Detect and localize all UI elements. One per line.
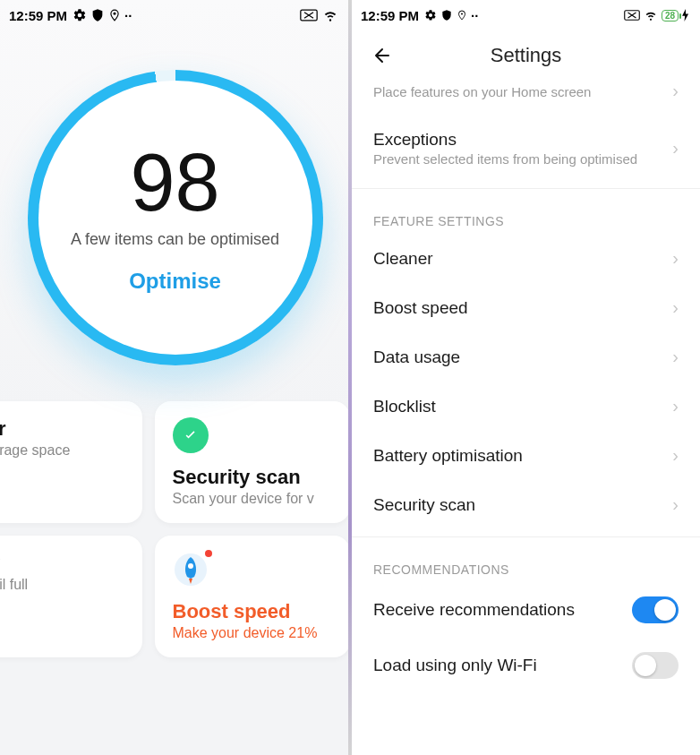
svg-point-4	[461, 13, 463, 15]
wifi-icon	[321, 8, 339, 22]
charging-icon	[682, 9, 689, 21]
security-scan-card[interactable]: Security scan Scan your device for v	[155, 401, 351, 523]
card-subtitle: in until full	[0, 577, 124, 593]
chevron-right-icon: ›	[672, 81, 679, 101]
settings-header: Settings	[352, 30, 700, 81]
chevron-right-icon: ›	[672, 396, 679, 416]
score-subtitle: A few items can be optimised	[71, 230, 279, 249]
boost-speed-card[interactable]: Boost speed Make your device 21%	[155, 536, 351, 657]
row-title: Cleaner	[373, 249, 672, 269]
settings-screen: 12:59 PM ·· 28 Settings Place features o…	[350, 0, 700, 755]
security-app-screen: 12:59 PM ·· 98 A few items can be optimi…	[0, 0, 350, 755]
status-bar-left: 12:59 PM ··	[0, 0, 350, 30]
svg-point-3	[188, 563, 193, 569]
alert-dot-icon	[205, 550, 212, 557]
home-shortcut-row[interactable]: Place features on your Home screen ›	[373, 81, 679, 116]
blocklist-row[interactable]: Blocklist ›	[373, 382, 679, 431]
card-title: tery	[0, 552, 124, 575]
row-title: Blocklist	[373, 397, 672, 416]
row-title: Receive recommendations	[373, 600, 632, 620]
more-icon: ··	[124, 8, 132, 23]
cleaner-card[interactable]: aner of storage space	[0, 401, 142, 523]
section-feature-settings: FEATURE SETTINGS	[373, 189, 679, 234]
svg-point-0	[114, 13, 116, 15]
score-circle: 98 A few items can be optimised Optimise	[28, 70, 323, 365]
boost-speed-row[interactable]: Boost speed ›	[373, 283, 679, 332]
row-subtitle: Prevent selected items from being optimi…	[373, 151, 672, 167]
shield-icon	[440, 9, 453, 21]
section-recommendations: RECOMMENDATIONS	[373, 537, 679, 582]
feature-cards: aner of storage space Security scan Scan…	[0, 365, 350, 657]
card-title: Boost speed	[173, 600, 333, 623]
receive-recommendations-toggle[interactable]	[632, 596, 679, 623]
gear-icon	[424, 9, 437, 21]
score-section: 98 A few items can be optimised Optimise	[0, 30, 350, 365]
battery-card[interactable]: tery in until full	[0, 536, 142, 657]
chevron-right-icon: ›	[672, 494, 679, 515]
no-sim-icon	[624, 10, 640, 21]
settings-list: Place features on your Home screen › Exc…	[352, 81, 700, 693]
chevron-right-icon: ›	[672, 248, 679, 269]
location-icon	[108, 8, 121, 22]
card-title: aner	[0, 417, 124, 441]
row-title: Battery optimisation	[373, 446, 672, 466]
card-subtitle: Make your device 21%	[173, 625, 333, 641]
status-time: 12:59 PM	[361, 8, 419, 23]
battery-icon: 28	[662, 10, 679, 21]
status-time: 12:59 PM	[9, 8, 67, 23]
location-icon	[457, 9, 467, 21]
wifi-only-toggle[interactable]	[632, 652, 679, 679]
row-subtitle: Place features on your Home screen	[373, 84, 672, 99]
no-sim-icon	[300, 9, 318, 21]
exceptions-row[interactable]: Exceptions Prevent selected items from b…	[373, 116, 679, 181]
wifi-icon	[644, 9, 658, 21]
card-subtitle: of storage space	[0, 442, 124, 459]
chevron-right-icon: ›	[672, 297, 679, 318]
row-title: Boost speed	[373, 298, 672, 318]
row-title: Exceptions	[373, 130, 672, 150]
status-bar-right: 12:59 PM ·· 28	[352, 0, 700, 30]
battery-optimisation-row[interactable]: Battery optimisation ›	[373, 431, 679, 480]
rocket-icon	[173, 552, 209, 588]
chevron-right-icon: ›	[672, 445, 679, 466]
card-subtitle: Scan your device for v	[173, 491, 333, 507]
page-title: Settings	[366, 44, 686, 67]
data-usage-row[interactable]: Data usage ›	[373, 332, 679, 382]
cleaner-row[interactable]: Cleaner ›	[373, 234, 679, 283]
wifi-only-row: Load using only Wi-Fi	[373, 638, 679, 693]
chevron-right-icon: ›	[672, 138, 679, 159]
optimise-button[interactable]: Optimise	[129, 269, 221, 294]
pane-divider	[348, 0, 352, 755]
card-title: Security scan	[173, 466, 333, 489]
chevron-right-icon: ›	[672, 347, 679, 367]
shield-check-icon	[173, 417, 209, 453]
security-scan-row[interactable]: Security scan ›	[373, 480, 679, 529]
row-title: Security scan	[373, 495, 672, 515]
score-value: 98	[130, 142, 219, 223]
row-title: Data usage	[373, 347, 672, 367]
receive-recommendations-row: Receive recommendations	[373, 582, 679, 638]
row-title: Load using only Wi-Fi	[373, 656, 632, 675]
gear-icon	[73, 8, 87, 22]
shield-icon	[90, 8, 105, 22]
more-icon: ··	[471, 8, 478, 23]
